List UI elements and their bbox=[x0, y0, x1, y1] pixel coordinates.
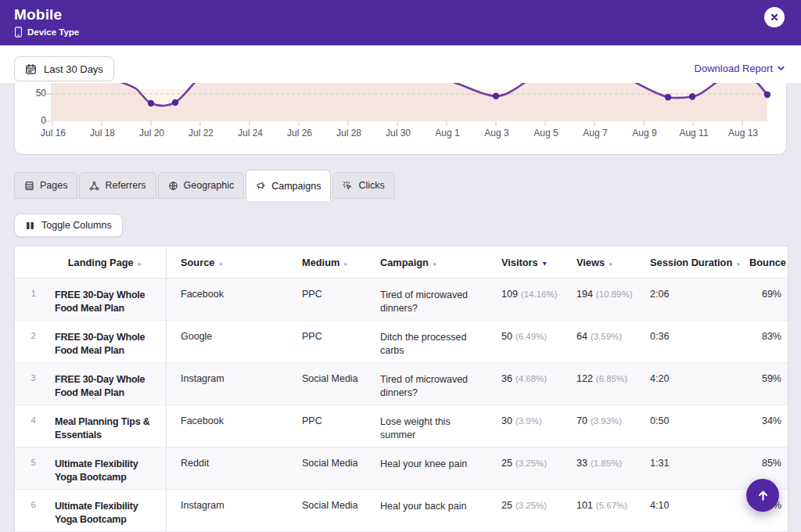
percentage: (6.49%) bbox=[515, 332, 547, 341]
row-number: 5 bbox=[15, 448, 44, 489]
bounce-rate-cell: 34% bbox=[735, 405, 788, 447]
column-header-landing-page[interactable]: Landing Page▸ bbox=[44, 257, 166, 268]
value: 194 bbox=[577, 289, 593, 300]
campaigns-table-card[interactable]: Landing Page▸Source▸Medium▸Campaign▸Visi… bbox=[14, 246, 788, 532]
views-cell: 33(1.85%) bbox=[562, 448, 635, 489]
tab-campaigns[interactable]: Campaigns bbox=[246, 170, 331, 201]
campaign-cell: Ditch the processed carbs bbox=[365, 321, 487, 362]
percentage: (3.59%) bbox=[591, 332, 622, 341]
medium-cell: PPC bbox=[287, 279, 365, 320]
column-header-campaign[interactable]: Campaign▸ bbox=[365, 257, 487, 268]
row-number: 4 bbox=[15, 405, 44, 447]
percentage: (14.16%) bbox=[521, 289, 558, 299]
tab-pages[interactable]: Pages bbox=[14, 172, 77, 199]
tab-label: Referrers bbox=[105, 180, 145, 191]
percentage: (3.25%) bbox=[515, 458, 547, 468]
bounce-rate-cell: 69% bbox=[735, 279, 788, 320]
value: 50 bbox=[501, 331, 512, 342]
sort-icon: ▸ bbox=[609, 260, 613, 268]
x-axis-tick-label: Jul 30 bbox=[375, 128, 422, 138]
y-axis-tick-50: 50 bbox=[21, 88, 46, 99]
medium-cell: Social Media bbox=[287, 490, 365, 531]
percentage: (3.93%) bbox=[591, 416, 622, 426]
area-chart[interactable] bbox=[15, 83, 786, 153]
percentage: (1.85%) bbox=[591, 458, 622, 468]
x-axis-tick-label: Aug 11 bbox=[670, 128, 717, 138]
value: 25 bbox=[501, 500, 512, 511]
tab-referrers[interactable]: Referrers bbox=[79, 172, 156, 199]
percentage: (3.9%) bbox=[515, 416, 542, 426]
value: 64 bbox=[577, 331, 587, 342]
value: 30 bbox=[501, 415, 512, 426]
pages-icon bbox=[24, 181, 34, 191]
column-header-views[interactable]: Views▸ bbox=[562, 257, 635, 268]
x-axis-tick-label: Aug 13 bbox=[720, 128, 767, 138]
sort-icon: ▸ bbox=[433, 260, 437, 268]
tab-label: Clicks bbox=[358, 180, 384, 191]
toolbar: Last 30 Days Download Report bbox=[0, 45, 801, 83]
views-cell: 194(10.89%) bbox=[562, 279, 635, 320]
x-axis-tick-label: Aug 9 bbox=[621, 128, 668, 138]
session-duration-cell: 1:31 bbox=[635, 448, 735, 489]
views-cell: 101(5.67%) bbox=[562, 490, 635, 531]
column-header-source[interactable]: Source▸ bbox=[166, 257, 287, 268]
phone-icon bbox=[14, 27, 23, 38]
views-cell: 122(6.85%) bbox=[562, 363, 635, 404]
column-header-visitors[interactable]: Visitors▾ bbox=[487, 257, 562, 268]
column-label: Bounce Rate bbox=[749, 257, 788, 268]
tab-label: Campaigns bbox=[271, 181, 321, 192]
campaign-cell: Heal your knee pain bbox=[365, 448, 487, 489]
page-title: Mobile bbox=[14, 6, 62, 23]
percentage: (10.89%) bbox=[596, 289, 633, 299]
session-duration-cell: 0:36 bbox=[635, 321, 735, 362]
scroll-to-top-button[interactable] bbox=[746, 479, 779, 512]
bounce-rate-cell: 59% bbox=[735, 363, 788, 404]
page-subtitle-label: Device Type bbox=[27, 27, 79, 37]
x-axis-tick-label: Jul 26 bbox=[276, 128, 323, 138]
visitors-chart-card: 50 0 Jul 16Jul 18Jul 20Jul 22Jul 24Jul 2… bbox=[14, 83, 787, 155]
column-header-session-duration[interactable]: Session Duration▸ bbox=[635, 257, 735, 268]
sort-icon: ▸ bbox=[138, 260, 142, 268]
column-header-medium[interactable]: Medium▸ bbox=[287, 257, 365, 268]
campaign-cell: Tired of microwaved dinners? bbox=[365, 363, 487, 404]
table-row: 3FREE 30-Day Whole Food Meal PlanInstagr… bbox=[15, 363, 788, 405]
x-axis-tick-label: Jul 18 bbox=[79, 128, 126, 138]
column-label: Campaign bbox=[380, 257, 429, 268]
download-report-button[interactable]: Download Report bbox=[695, 63, 785, 74]
value: 25 bbox=[501, 458, 512, 469]
visitors-cell: 50(6.49%) bbox=[487, 321, 562, 362]
row-number: 6 bbox=[15, 490, 44, 531]
session-duration-cell: 4:10 bbox=[635, 490, 735, 531]
row-number: 2 bbox=[15, 321, 44, 362]
tab-clicks[interactable]: Clicks bbox=[332, 172, 394, 199]
campaign-cell: Lose weight this summer bbox=[365, 405, 487, 447]
value: 101 bbox=[577, 500, 593, 511]
date-range-label: Last 30 Days bbox=[44, 63, 103, 75]
table-body: 1FREE 30-Day Whole Food Meal PlanFaceboo… bbox=[15, 279, 788, 532]
source-cell: Instagram bbox=[166, 490, 287, 531]
landing-page-cell: Ultimate Flexibility Yoga Bootcamp bbox=[44, 490, 166, 531]
visitors-cell: 36(4.68%) bbox=[487, 363, 562, 404]
row-number: 3 bbox=[15, 363, 44, 404]
globe-icon bbox=[168, 181, 178, 191]
x-axis-tick-label: Aug 7 bbox=[572, 128, 619, 138]
close-button[interactable] bbox=[764, 7, 785, 27]
tab-geographic[interactable]: Geographic bbox=[158, 172, 245, 199]
source-cell: Reddit bbox=[166, 448, 287, 489]
x-axis-tick-label: Aug 1 bbox=[424, 128, 471, 138]
toggle-columns-label: Toggle Columns bbox=[41, 220, 112, 231]
x-axis-tick-label: Aug 3 bbox=[473, 128, 520, 138]
views-cell: 64(3.59%) bbox=[562, 321, 635, 362]
x-axis-tick-label: Jul 22 bbox=[178, 128, 224, 138]
arrow-up-icon bbox=[756, 489, 770, 502]
x-axis-tick-label: Jul 16 bbox=[30, 128, 77, 138]
modal-header: Mobile Device Type bbox=[0, 0, 801, 45]
download-report-label: Download Report bbox=[695, 63, 773, 74]
table-header-row: Landing Page▸Source▸Medium▸Campaign▸Visi… bbox=[15, 246, 788, 279]
table-row: 6Ultimate Flexibility Yoga BootcampInsta… bbox=[15, 490, 788, 532]
date-range-button[interactable]: Last 30 Days bbox=[14, 56, 114, 81]
toggle-columns-button[interactable]: Toggle Columns bbox=[14, 214, 123, 237]
column-header-bounce-rate[interactable]: Bounce Rate▸ bbox=[735, 257, 788, 268]
landing-page-cell: FREE 30-Day Whole Food Meal Plan bbox=[44, 279, 166, 320]
source-cell: Facebook bbox=[166, 279, 287, 320]
